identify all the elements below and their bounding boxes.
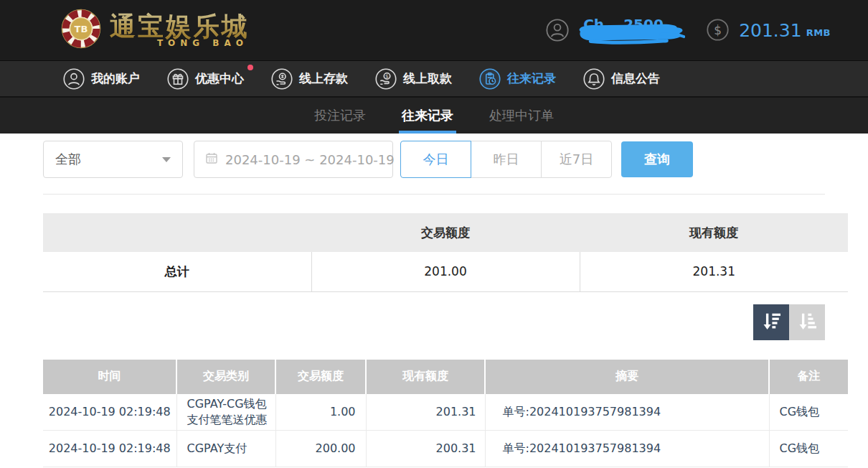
user-icon	[63, 68, 85, 90]
svg-text:TB: TB	[75, 24, 88, 34]
nav-item-my-account[interactable]: 我的账户	[63, 68, 140, 90]
main-navbar: 我的账户 优惠中心 线上存款	[0, 60, 868, 96]
sort-ascending-icon	[795, 309, 819, 335]
deposit-icon	[271, 68, 293, 90]
range-button-yesterday[interactable]: 昨日	[471, 141, 542, 178]
range-button-last7days[interactable]: 近7日	[541, 141, 612, 178]
header-summary: 摘要	[485, 360, 769, 394]
brand-logo[interactable]: TB 通宝娱乐城 TONG BAO	[61, 9, 250, 52]
cell-time: 2024-10-19 02:19:48	[43, 394, 176, 431]
sort-descending-button[interactable]	[753, 304, 789, 340]
tab-pending-orders[interactable]: 处理中订单	[488, 98, 555, 134]
balance-area: $ 201.31 RMB	[707, 19, 831, 42]
sort-ascending-button[interactable]	[789, 304, 825, 340]
brand-name-cn: 通宝娱乐城	[110, 12, 250, 41]
nav-item-promotions[interactable]: 优惠中心	[167, 68, 244, 90]
summary-total-label: 总计	[43, 252, 311, 291]
brand-name-en: TONG BAO	[157, 38, 250, 48]
sort-descending-icon	[759, 309, 783, 335]
notification-dot	[247, 65, 253, 70]
cell-amount: 1.00	[275, 394, 366, 431]
nav-item-withdraw[interactable]: $ 线上取款	[375, 68, 452, 90]
username-obscured[interactable]: Ch 2500	[576, 15, 685, 45]
filter-bar: 全部 2024-10-19 ~ 2024-10-19 今日 昨日 近7日 查询	[43, 141, 825, 178]
summary-header-trade-amount: 交易额度	[311, 213, 580, 252]
cell-summary: 单号:202410193757981394	[485, 431, 769, 467]
date-range-value: 2024-10-19 ~ 2024-10-19	[225, 152, 395, 167]
summary-header-current-amount: 现有额度	[580, 213, 848, 252]
brand-text: 通宝娱乐城 TONG BAO	[110, 12, 250, 48]
tab-bet-records[interactable]: 投注记录	[313, 98, 367, 134]
user-avatar-icon	[546, 19, 569, 42]
header-time: 时间	[43, 360, 176, 394]
cell-summary: 单号:202410193757981394	[485, 394, 769, 431]
header-trade-amount: 交易额度	[275, 360, 366, 394]
currency-label: RMB	[806, 27, 831, 38]
records-subnav: 投注记录 往来记录 处理中订单	[0, 96, 868, 134]
gift-icon	[167, 68, 189, 90]
sort-controls	[43, 304, 825, 340]
search-button[interactable]: 查询	[621, 141, 693, 177]
tab-transaction-records[interactable]: 往来记录	[400, 98, 455, 134]
records-header-row: 时间 交易类别 交易额度 现有额度 摘要 备注	[43, 360, 848, 394]
records-icon	[479, 68, 501, 90]
nav-item-transaction-records[interactable]: 往来记录	[479, 68, 556, 90]
summary-header-row: 交易额度 现有额度	[43, 213, 848, 252]
nav-item-deposit[interactable]: 线上存款	[271, 68, 348, 90]
topbar: TB 通宝娱乐城 TONG BAO Ch 2500	[0, 0, 868, 60]
calendar-icon	[204, 151, 219, 168]
header-note: 备注	[769, 360, 848, 394]
table-row: 2024-10-19 02:19:48 CGPAY支付 200.00 200.3…	[43, 431, 848, 467]
table-row: 2024-10-19 02:19:48 CGPAY-CG钱包支付笔笔送优惠 1.…	[43, 394, 848, 431]
scribble-redaction	[576, 20, 685, 45]
cell-note: CG钱包	[769, 431, 848, 467]
svg-text:$: $	[714, 23, 722, 37]
bell-icon	[583, 68, 605, 90]
dollar-coin-icon: $	[707, 19, 730, 42]
summary-table: 交易额度 现有额度 总计 201.00 201.31	[43, 213, 848, 292]
svg-text:$: $	[385, 72, 389, 79]
cell-amount: 200.00	[275, 431, 366, 467]
date-range-input[interactable]: 2024-10-19 ~ 2024-10-19	[194, 141, 393, 178]
header-current-amount: 现有额度	[366, 360, 485, 394]
select-value: 全部	[55, 151, 81, 168]
cell-time: 2024-10-19 02:19:48	[43, 431, 176, 467]
transaction-type-select[interactable]: 全部	[43, 141, 183, 178]
nav-item-announcements[interactable]: 信息公告	[583, 68, 660, 90]
header-type: 交易类别	[176, 360, 275, 394]
summary-total-balance: 201.31	[580, 252, 848, 291]
divider	[43, 194, 825, 195]
balance-amount: 201.31	[739, 20, 801, 41]
quick-range-group: 今日 昨日 近7日	[400, 141, 612, 178]
chevron-down-icon	[162, 157, 171, 162]
cell-balance: 200.31	[366, 431, 485, 467]
summary-total-trade: 201.00	[311, 252, 580, 291]
cell-type: CGPAY-CG钱包支付笔笔送优惠	[176, 394, 275, 431]
casino-chip-icon: TB	[61, 9, 101, 52]
cell-balance: 201.31	[366, 394, 485, 431]
cell-note: CG钱包	[769, 394, 848, 431]
summary-header-empty	[43, 213, 311, 252]
withdraw-icon: $	[375, 68, 397, 90]
range-button-today[interactable]: 今日	[400, 141, 471, 178]
records-table: 时间 交易类别 交易额度 现有额度 摘要 备注 2024-10-19 02:19…	[43, 360, 848, 468]
summary-total-row: 总计 201.00 201.31	[43, 252, 848, 291]
account-area: Ch 2500 $ 201.31 RMB	[546, 15, 831, 45]
main-content: 全部 2024-10-19 ~ 2024-10-19 今日 昨日 近7日 查询	[0, 141, 868, 467]
cell-type: CGPAY支付	[176, 431, 275, 467]
